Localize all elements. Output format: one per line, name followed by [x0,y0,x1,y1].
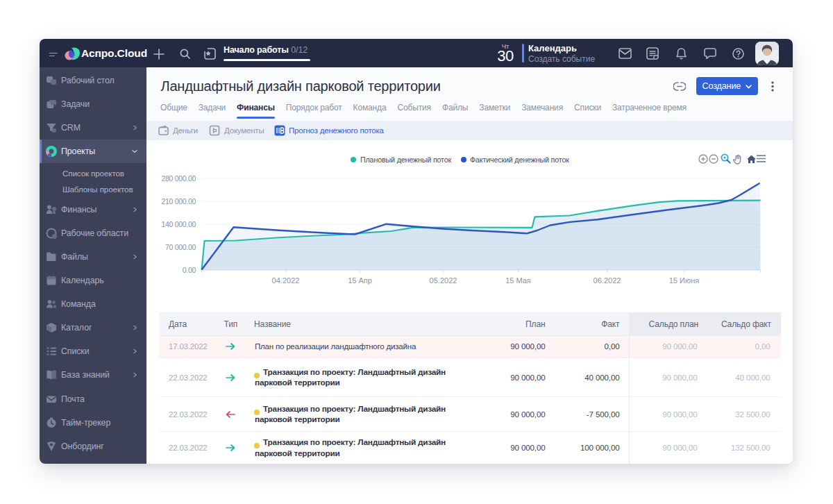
svg-text:04.2022: 04.2022 [271,276,299,285]
svg-text:15 Апр: 15 Апр [348,276,372,285]
svg-text:210 000.00: 210 000.00 [161,197,196,205]
svg-text:15 Мая: 15 Мая [505,276,531,285]
svg-text:70 000.00: 70 000.00 [165,243,195,251]
svg-text:05.2022: 05.2022 [429,276,457,285]
svg-text:06.2022: 06.2022 [593,276,621,285]
svg-text:0.00: 0.00 [182,266,196,274]
svg-text:140 000.00: 140 000.00 [161,220,196,228]
svg-text:15 Июня: 15 Июня [668,276,699,285]
svg-text:280 000.00: 280 000.00 [161,174,196,183]
